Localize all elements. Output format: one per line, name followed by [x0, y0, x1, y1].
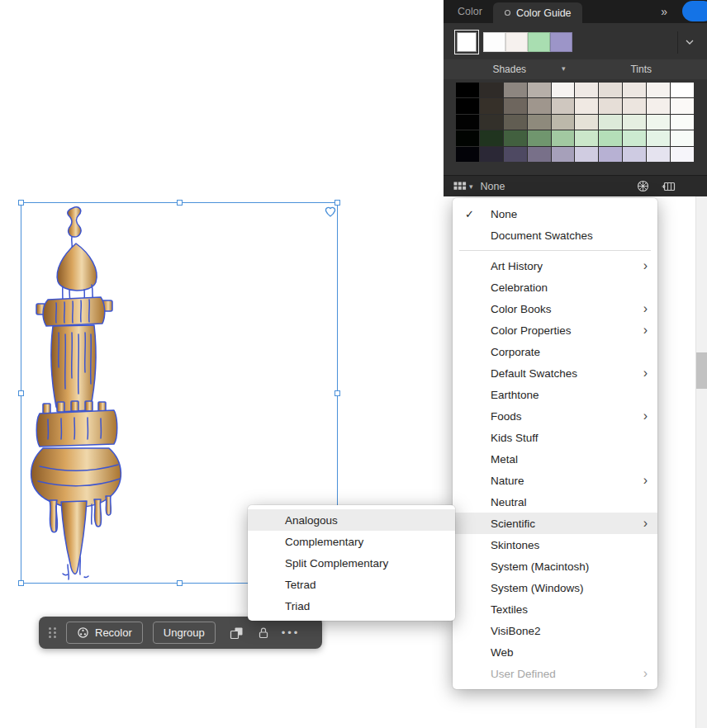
menu-item-celebration[interactable]: Celebration: [453, 277, 657, 298]
selection-handle-sw[interactable]: [18, 580, 24, 586]
variation-swatch-1-9[interactable]: [671, 98, 694, 113]
menu-item-system-macintosh[interactable]: System (Macintosh): [453, 555, 657, 577]
scrollbar-thumb[interactable]: [696, 352, 707, 389]
selection-handle-s[interactable]: [177, 580, 183, 586]
variation-swatch-3-2[interactable]: [504, 130, 527, 145]
variation-swatch-3-9[interactable]: [671, 130, 694, 145]
lock-button[interactable]: [258, 626, 269, 639]
variation-swatch-0-1[interactable]: [480, 83, 503, 97]
submenu-item-split-complementary[interactable]: Split Complementary: [248, 552, 455, 574]
tab-color-guide[interactable]: Color Guide: [493, 2, 582, 23]
variation-swatch-1-5[interactable]: [575, 98, 598, 113]
tab-color[interactable]: Color: [447, 0, 493, 23]
variation-swatch-3-4[interactable]: [552, 130, 575, 145]
submenu-item-complementary[interactable]: Complementary: [248, 531, 455, 552]
menu-item-textiles[interactable]: Textiles: [453, 598, 657, 620]
panel-overflow-button[interactable]: »: [656, 0, 672, 23]
variation-swatch-1-6[interactable]: [599, 98, 622, 113]
submenu-item-triad[interactable]: Triad: [248, 595, 455, 617]
base-swatch-4[interactable]: [528, 32, 550, 52]
submenu-item-analogous[interactable]: Analogous: [248, 509, 455, 531]
menu-item-neutral[interactable]: Neutral: [453, 491, 657, 513]
variation-swatch-2-0[interactable]: [456, 115, 479, 130]
variation-swatch-1-0[interactable]: [456, 98, 479, 113]
blue-accent-button[interactable]: [682, 1, 707, 21]
variation-swatch-4-3[interactable]: [528, 147, 551, 162]
menu-item-user-defined[interactable]: User Defined›: [453, 663, 657, 684]
variation-swatch-1-1[interactable]: [480, 98, 503, 113]
variation-swatch-3-1[interactable]: [480, 130, 503, 145]
menu-item-foods[interactable]: Foods›: [453, 405, 657, 427]
toolbar-drag-handle[interactable]: [49, 627, 56, 638]
variation-swatch-2-9[interactable]: [671, 115, 694, 130]
variation-swatch-2-7[interactable]: [623, 115, 646, 130]
variation-swatch-4-5[interactable]: [575, 147, 598, 162]
variation-swatch-0-4[interactable]: [552, 83, 575, 97]
menu-item-earthtone[interactable]: Earthtone: [453, 384, 657, 405]
menu-item-art-history[interactable]: Art History›: [453, 255, 657, 277]
recolor-button[interactable]: Recolor: [66, 622, 143, 644]
base-swatch-1[interactable]: [457, 32, 477, 52]
menu-item-default-swatches[interactable]: Default Swatches›: [453, 362, 657, 384]
tints-header[interactable]: Tints: [576, 59, 707, 79]
submenu-item-tetrad[interactable]: Tetrad: [248, 574, 455, 595]
variation-swatch-3-6[interactable]: [599, 130, 622, 145]
edit-colors-button[interactable]: [637, 180, 649, 192]
save-group-button[interactable]: [662, 181, 676, 191]
variation-swatch-0-8[interactable]: [647, 83, 670, 97]
variation-swatch-3-7[interactable]: [623, 130, 646, 145]
variation-swatch-1-8[interactable]: [647, 98, 670, 113]
variation-swatch-2-5[interactable]: [575, 115, 598, 130]
variation-swatch-3-5[interactable]: [575, 130, 598, 145]
variation-swatch-0-7[interactable]: [623, 83, 646, 97]
variation-swatch-4-6[interactable]: [599, 147, 622, 162]
vertical-scrollbar[interactable]: [695, 196, 707, 728]
variation-swatch-2-2[interactable]: [504, 115, 527, 130]
menu-item-visibone2[interactable]: VisiBone2: [453, 620, 657, 641]
variation-swatch-3-8[interactable]: [647, 130, 670, 145]
variation-swatch-4-1[interactable]: [480, 147, 503, 162]
variation-swatch-2-8[interactable]: [647, 115, 670, 130]
variation-swatch-2-3[interactable]: [528, 115, 551, 130]
menu-item-skintones[interactable]: Skintones: [453, 534, 657, 555]
menu-item-color-books[interactable]: Color Books›: [453, 298, 657, 319]
variation-swatch-4-7[interactable]: [623, 147, 646, 162]
variation-swatch-1-4[interactable]: [552, 98, 575, 113]
variation-swatch-4-9[interactable]: [671, 147, 694, 162]
variation-swatch-2-4[interactable]: [552, 115, 575, 130]
menu-item-scientific[interactable]: Scientific›: [453, 513, 657, 534]
variation-swatch-4-4[interactable]: [552, 147, 575, 162]
selection-handle-nw[interactable]: [18, 200, 24, 206]
variation-swatch-0-5[interactable]: [575, 83, 598, 97]
more-options-button[interactable]: •••: [282, 626, 301, 639]
variation-swatch-3-0[interactable]: [456, 130, 479, 145]
menu-item-nature[interactable]: Nature›: [453, 470, 657, 491]
variation-swatch-0-6[interactable]: [599, 83, 622, 97]
variation-swatch-1-3[interactable]: [528, 98, 551, 113]
menu-item-none[interactable]: ✓None: [453, 203, 657, 225]
variation-swatch-0-3[interactable]: [528, 83, 551, 97]
ungroup-button[interactable]: Ungroup: [153, 622, 216, 644]
variation-swatch-4-2[interactable]: [504, 147, 527, 162]
menu-item-corporate[interactable]: Corporate: [453, 341, 657, 362]
selection-handle-n[interactable]: [177, 200, 183, 206]
variation-swatch-4-0[interactable]: [456, 147, 479, 162]
menu-item-kids-stuff[interactable]: Kids Stuff: [453, 427, 657, 448]
base-swatch-2[interactable]: [483, 32, 505, 52]
variation-swatch-0-2[interactable]: [504, 83, 527, 97]
variation-swatch-2-1[interactable]: [480, 115, 503, 130]
variation-swatch-3-3[interactable]: [528, 130, 551, 145]
variation-swatch-1-2[interactable]: [504, 98, 527, 113]
variation-swatch-0-0[interactable]: [456, 83, 479, 97]
variation-swatch-2-6[interactable]: [599, 115, 622, 130]
variation-swatch-1-7[interactable]: [623, 98, 646, 113]
shades-dropdown[interactable]: Shades ▾: [444, 59, 576, 79]
menu-item-metal[interactable]: Metal: [453, 448, 657, 470]
group-button[interactable]: [230, 626, 244, 640]
menu-item-color-properties[interactable]: Color Properties›: [453, 319, 657, 341]
base-swatch-5[interactable]: [550, 32, 572, 52]
selection-handle-w[interactable]: [18, 390, 24, 396]
menu-item-web[interactable]: Web: [453, 641, 657, 663]
menu-item-system-windows[interactable]: System (Windows): [453, 577, 657, 598]
variation-swatch-4-8[interactable]: [647, 147, 670, 162]
